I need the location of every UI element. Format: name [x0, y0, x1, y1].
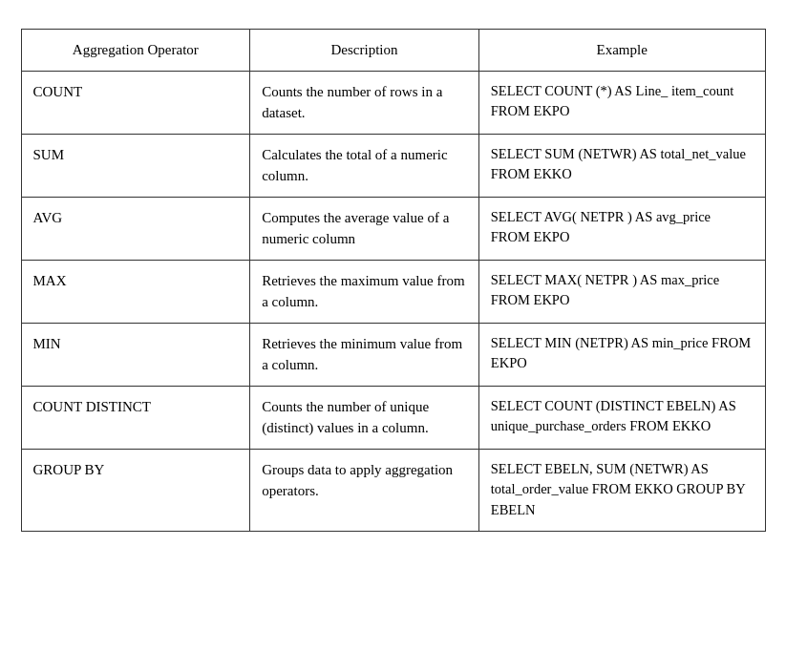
table-row: GROUP BYGroups data to apply aggregation… [21, 449, 765, 531]
cell-description: Counts the number of rows in a dataset. [250, 71, 479, 134]
cell-example: SELECT EBELN, SUM (NETWR) AS total_order… [478, 449, 765, 531]
cell-description: Calculates the total of a numeric column… [250, 134, 479, 197]
aggregation-table-wrapper: Aggregation Operator Description Example… [21, 29, 766, 532]
table-row: COUNT DISTINCTCounts the number of uniqu… [21, 386, 765, 449]
cell-operator: MIN [21, 323, 250, 386]
table-row: MAXRetrieves the maximum value from a co… [21, 260, 765, 323]
table-row: SUMCalculates the total of a numeric col… [21, 134, 765, 197]
cell-description: Retrieves the maximum value from a colum… [250, 260, 479, 323]
cell-operator: MAX [21, 260, 250, 323]
cell-example: SELECT MIN (NETPR) AS min_price FROM EKP… [478, 323, 765, 386]
cell-operator: COUNT DISTINCT [21, 386, 250, 449]
header-operator: Aggregation Operator [21, 30, 250, 72]
cell-example: SELECT COUNT (DISTINCT EBELN) AS unique_… [478, 386, 765, 449]
cell-description: Groups data to apply aggregation operato… [250, 449, 479, 531]
table-row: MINRetrieves the minimum value from a co… [21, 323, 765, 386]
cell-example: SELECT AVG( NETPR ) AS avg_price FROM EK… [478, 197, 765, 260]
cell-description: Computes the average value of a numeric … [250, 197, 479, 260]
cell-operator: COUNT [21, 71, 250, 134]
cell-operator: SUM [21, 134, 250, 197]
cell-example: SELECT SUM (NETWR) AS total_net_value FR… [478, 134, 765, 197]
table-row: AVGComputes the average value of a numer… [21, 197, 765, 260]
cell-example: SELECT COUNT (*) AS Line_ item_count FRO… [478, 71, 765, 134]
cell-description: Retrieves the minimum value from a colum… [250, 323, 479, 386]
cell-example: SELECT MAX( NETPR ) AS max_price FROM EK… [478, 260, 765, 323]
cell-operator: AVG [21, 197, 250, 260]
table-row: COUNTCounts the number of rows in a data… [21, 71, 765, 134]
aggregation-table: Aggregation Operator Description Example… [21, 29, 766, 532]
header-description: Description [250, 30, 479, 72]
cell-operator: GROUP BY [21, 449, 250, 531]
cell-description: Counts the number of unique (distinct) v… [250, 386, 479, 449]
table-header-row: Aggregation Operator Description Example [21, 30, 765, 72]
header-example: Example [478, 30, 765, 72]
